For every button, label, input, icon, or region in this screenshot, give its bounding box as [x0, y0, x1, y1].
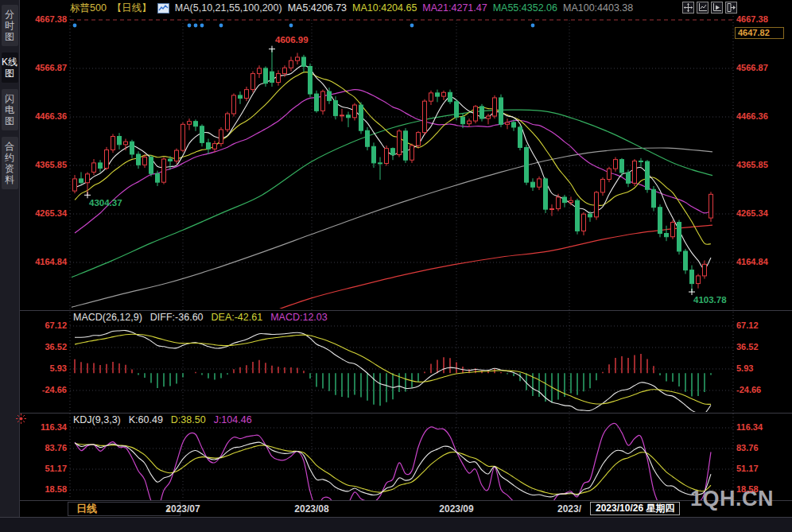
sidebar: 分时图K线图闪电图合约资料: [0, 0, 20, 517]
period-label: 日线: [76, 502, 97, 516]
chart-canvas[interactable]: 4606.994304.374103.78: [0, 0, 792, 532]
price-axis-label: 4566.87: [736, 63, 789, 72]
price-axis-label: 4164.84: [736, 257, 789, 266]
crosshair-icon[interactable]: [682, 2, 694, 14]
price-axis-label: 4566.87: [19, 63, 67, 72]
kdj-k-value: K:60.49: [129, 414, 163, 425]
kdj-axis-label: 18.58: [19, 484, 67, 494]
axes-chart-icon[interactable]: [697, 2, 709, 14]
current-date-box: 2023/10/26 星期四: [590, 502, 680, 515]
price-axis-label: 4365.85: [19, 160, 67, 169]
macd-axis-label: 5.93: [736, 363, 789, 373]
chart-header: 标普500 【日线】 MA(5,10,21,55,100,200) MA5:42…: [70, 1, 633, 15]
macd-axis-label: -24.66: [736, 385, 789, 394]
main-chart-group: [72, 65, 712, 318]
kdj-header: KDJ(9,3,3) K:60.49 D:38.50 J:104.46: [73, 414, 252, 425]
kdj-group: [75, 423, 711, 512]
macd-title: MACD(26,12,9): [73, 312, 142, 323]
kdj-title: KDJ(9,3,3): [73, 414, 121, 425]
price-axis-label: 4466.36: [736, 111, 789, 121]
macd-axis-label: -24.66: [19, 385, 67, 394]
kdj-axis-label: 83.76: [736, 443, 789, 452]
period-dropdown[interactable]: 日线 ▲: [68, 502, 181, 516]
macd-header: MACD(26,12,9) DIFF:-36.60 DEA:-42.61 MAC…: [73, 312, 328, 323]
kdj-axis-label: 18.58: [736, 484, 789, 494]
macd-dea-value: DEA:-42.61: [212, 312, 263, 323]
macd-group: [75, 331, 711, 414]
bottom-tab-bar: [0, 517, 792, 532]
macd-axis-label: 67.12: [19, 320, 67, 330]
event-dot: [219, 24, 223, 28]
macd-axis-label: 5.93: [19, 363, 67, 373]
sidebar-item-K线图[interactable]: K线图: [2, 52, 18, 83]
start-low-price-label: 4304.37: [89, 198, 122, 208]
kdj-axis-label: 83.76: [19, 443, 67, 452]
kline-chart-icon: [157, 3, 169, 14]
time-axis-label: 2023/: [557, 503, 581, 515]
macd-axis-label: 36.52: [736, 342, 789, 351]
macd-macd-value: MACD:12.03: [270, 312, 328, 323]
kdj-axis-label: 51.17: [736, 464, 789, 473]
exit-icon[interactable]: [725, 2, 737, 14]
ma-value: MA55:4352.06: [493, 2, 557, 14]
event-dot: [73, 24, 77, 28]
kdj-j-value: J:104.46: [214, 414, 252, 425]
macd-diff-value: DIFF:-36.60: [150, 312, 204, 323]
period-tag: 【日线】: [112, 2, 152, 15]
kdj-axis-label: 51.17: [19, 464, 67, 473]
macd-axis-label: 36.52: [19, 342, 67, 351]
last-price-box: 4647.82: [735, 27, 784, 39]
event-dot: [289, 24, 293, 28]
event-dot: [200, 24, 204, 28]
app-window: 4606.994304.374103.78 分时图K线图闪电图合约资料 标普50…: [0, 0, 792, 532]
end-low-price-label: 4103.78: [693, 295, 727, 305]
event-dot: [188, 24, 192, 28]
time-axis-label: 2023/07: [165, 503, 200, 515]
event-dot: [531, 24, 535, 28]
peak-price-label: 4606.99: [275, 35, 309, 45]
ma-value: MA10:4204.65: [352, 2, 417, 14]
ma-value: MA21:4271.47: [422, 2, 487, 14]
price-axis-label: 4164.84: [19, 257, 67, 266]
price-axis-label: 4667.38: [19, 14, 67, 24]
candles-group: [73, 49, 713, 292]
price-axis-label: 4365.85: [736, 160, 789, 169]
axes-play-icon[interactable]: [711, 2, 723, 14]
ma-value: MA5:4206.73: [288, 2, 347, 14]
sidebar-item-闪电图[interactable]: 闪电图: [2, 89, 18, 130]
sidebar-item-合约资料[interactable]: 合约资料: [2, 137, 18, 189]
price-axis-label: 4466.36: [19, 111, 67, 121]
kdj-axis-label: 116.34: [736, 422, 789, 432]
event-dot: [410, 24, 414, 28]
ma-settings-label: MA(5,10,21,55,100,200): [175, 2, 282, 14]
kdj-d-value: D:38.50: [171, 414, 206, 425]
price-axis-label: 4667.38: [736, 14, 789, 24]
event-dot: [194, 24, 198, 28]
symbol-title: 标普500: [70, 2, 107, 15]
ma-values: MA5:4206.73MA10:4204.65MA21:4271.47MA55:…: [288, 2, 634, 14]
time-axis-label: 2023/08: [294, 503, 328, 515]
kdj-axis-label: 116.34: [19, 422, 67, 432]
ma-value: MA100:4403.38: [563, 2, 633, 14]
time-axis-label: 2023/09: [439, 503, 473, 515]
macd-axis-label: 67.12: [736, 320, 789, 330]
sidebar-item-分时图[interactable]: 分时图: [2, 5, 18, 46]
price-axis-label: 4265.34: [736, 208, 789, 218]
header-toolbar: [682, 2, 737, 14]
price-axis-label: 4265.34: [19, 208, 67, 218]
